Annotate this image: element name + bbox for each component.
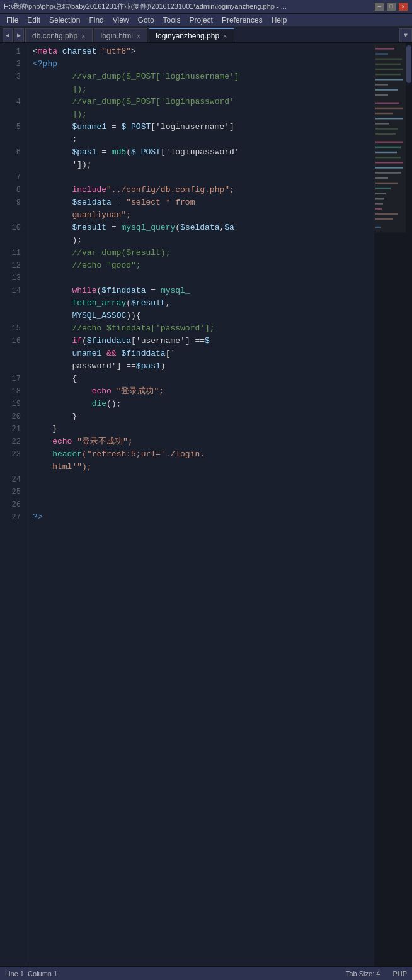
code-line-11: //var_dump($result); — [33, 247, 374, 259]
menu-selection[interactable]: Selection — [45, 14, 84, 26]
line-num-6b — [0, 159, 21, 171]
code-line-27: ?> — [33, 511, 374, 524]
code-line-9: $seldata = "select * from — [33, 196, 374, 209]
code-line-19: die(); — [33, 398, 374, 410]
line-num-8: 8 — [0, 184, 21, 196]
code-line-16: if($finddata['username'] ==$ — [33, 335, 374, 347]
tab-loginyanzheng[interactable]: loginyanzheng.php × — [149, 28, 234, 42]
code-line-21: } — [33, 423, 374, 436]
line-num-19: 19 — [0, 398, 21, 410]
tab-loginyanzheng-close[interactable]: × — [223, 32, 227, 40]
svg-rect-34 — [374, 43, 406, 233]
line-num-9: 9 — [0, 196, 21, 209]
code-line-15: //echo $finddata['password']; — [33, 322, 374, 335]
code-line-14b: fetch_array($result, — [33, 297, 374, 310]
tab-login-html-close[interactable]: × — [137, 32, 140, 40]
line-num-1: 1 — [0, 45, 21, 58]
status-bar: Line 1, Column 1 Tab Size: 4 PHP — [0, 966, 412, 980]
line-num-16b — [0, 347, 21, 360]
line-num-11: 11 — [0, 247, 21, 259]
line-num-6: 6 — [0, 146, 21, 159]
line-num-22: 22 — [0, 436, 21, 448]
line-num-13: 13 — [0, 272, 21, 284]
status-tab-size: Tab Size: 4 — [346, 970, 380, 977]
tab-bar: ◀ ▶ db.config.php × login.html × loginya… — [0, 26, 412, 43]
title-bar-text: H:\我的\php\php\总结\baby20161231作业(复件)\2016… — [4, 2, 287, 11]
line-num-15: 15 — [0, 322, 21, 335]
code-line-24 — [33, 473, 374, 486]
code-line-6: $pas1 = md5($_POST['loginpassword' — [33, 146, 374, 159]
line-num-18: 18 — [0, 385, 21, 398]
close-button[interactable]: ✕ — [398, 3, 408, 11]
menu-goto[interactable]: Goto — [134, 14, 158, 26]
tab-loginyanzheng-label: loginyanzheng.php — [156, 31, 219, 40]
code-line-14c: MYSQL_ASSOC)){ — [33, 310, 374, 322]
menu-edit[interactable]: Edit — [23, 14, 44, 26]
code-line-23: header("refresh:5;url='./login. — [33, 448, 374, 461]
tab-overflow-button[interactable]: ▼ — [399, 28, 412, 42]
line-num-16c — [0, 360, 21, 373]
status-right: Tab Size: 4 PHP — [346, 970, 407, 977]
menu-project[interactable]: Project — [186, 14, 217, 26]
line-num-14c — [0, 310, 21, 322]
line-num-23: 23 — [0, 448, 21, 461]
code-line-5b: ; — [33, 133, 374, 146]
menu-preferences[interactable]: Preferences — [218, 14, 266, 26]
line-num-26: 26 — [0, 498, 21, 511]
code-line-7 — [33, 171, 374, 184]
scrollbar[interactable] — [406, 43, 412, 966]
minimize-button[interactable]: ─ — [374, 3, 384, 11]
code-line-9b: guanliyuan"; — [33, 209, 374, 222]
code-line-26 — [33, 498, 374, 511]
tab-prev-button[interactable]: ◀ — [3, 28, 13, 42]
menu-file[interactable]: File — [3, 14, 22, 26]
line-num-24: 24 — [0, 473, 21, 486]
code-line-3: //var_dump($_POST['loginusername'] — [33, 70, 374, 83]
minimap-svg — [374, 43, 406, 966]
code-line-10b: ); — [33, 234, 374, 247]
line-num-12: 12 — [0, 259, 21, 272]
code-line-18: echo "登录成功"; — [33, 385, 374, 398]
scrollbar-thumb[interactable] — [406, 45, 411, 83]
line-num-20: 20 — [0, 410, 21, 423]
line-num-5: 5 — [0, 121, 21, 133]
code-line-20: } — [33, 410, 374, 423]
menu-help[interactable]: Help — [268, 14, 291, 26]
tab-next-button[interactable]: ▶ — [14, 28, 24, 42]
line-num-2: 2 — [0, 58, 21, 70]
menu-find[interactable]: Find — [85, 14, 107, 26]
line-num-3b — [0, 83, 21, 96]
code-line-17: { — [33, 373, 374, 385]
line-num-17: 17 — [0, 373, 21, 385]
maximize-button[interactable]: □ — [386, 3, 396, 11]
tab-login-html-label: login.html — [101, 31, 133, 40]
line-num-5b — [0, 133, 21, 146]
code-line-2: <?php — [33, 58, 374, 70]
line-num-14b — [0, 297, 21, 310]
code-line-3b: ]); — [33, 83, 374, 96]
line-num-4: 4 — [0, 96, 21, 108]
code-area[interactable]: <meta charset="utf8"> <?php //var_dump($… — [26, 43, 374, 966]
code-line-5: $uname1 = $_POST['loginusername'] — [33, 121, 374, 133]
line-num-23b — [0, 461, 21, 473]
tab-db-config[interactable]: db.config.php × — [25, 28, 93, 42]
tab-login-html[interactable]: login.html × — [94, 28, 148, 42]
code-line-13 — [33, 272, 374, 284]
line-num-10b — [0, 234, 21, 247]
line-num-10: 10 — [0, 222, 21, 234]
code-line-1: <meta charset="utf8"> — [33, 45, 374, 58]
menu-tools[interactable]: Tools — [159, 14, 185, 26]
line-numbers: 1 2 3 4 5 6 7 8 9 10 11 12 13 14 15 16 1… — [0, 43, 26, 966]
line-num-21: 21 — [0, 423, 21, 436]
title-bar-buttons: ─ □ ✕ — [374, 3, 408, 11]
status-position: Line 1, Column 1 — [5, 970, 57, 977]
menu-view[interactable]: View — [109, 14, 133, 26]
code-line-16c: password'] ==$pas1) — [33, 360, 374, 373]
code-line-14: while($finddata = mysql_ — [33, 284, 374, 297]
editor-container: 1 2 3 4 5 6 7 8 9 10 11 12 13 14 15 16 1… — [0, 43, 412, 966]
tab-db-config-close[interactable]: × — [81, 32, 85, 40]
code-line-4: //var_dump($_POST['loginpassword' — [33, 96, 374, 108]
line-num-27: 27 — [0, 511, 21, 524]
status-language: PHP — [392, 970, 407, 977]
minimap — [374, 43, 406, 966]
